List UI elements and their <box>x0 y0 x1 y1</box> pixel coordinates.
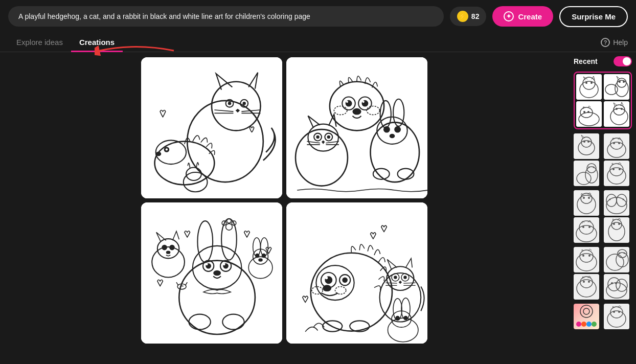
svg-point-77 <box>262 254 266 258</box>
surprise-button[interactable]: Surprise Me <box>559 6 628 27</box>
image-card-1[interactable] <box>141 57 282 198</box>
image-card-3[interactable] <box>141 202 282 344</box>
svg-point-69 <box>162 245 167 251</box>
recent-label: Recent <box>574 57 598 65</box>
right-sidebar: Recent <box>570 52 636 361</box>
recent-grid-inner <box>576 74 629 127</box>
svg-rect-123 <box>576 101 602 127</box>
recent-thumb-3[interactable] <box>576 101 602 127</box>
create-label: Create <box>518 12 542 21</box>
recent-thumb-14[interactable] <box>604 247 629 272</box>
recent-thumb-16[interactable] <box>604 274 629 300</box>
svg-point-147 <box>588 167 590 168</box>
recent-thumb-12[interactable] <box>604 217 629 243</box>
recent-grid-4 <box>574 247 632 300</box>
image-card-4[interactable] <box>286 202 427 344</box>
recent-grid-active[interactable] <box>574 72 632 129</box>
svg-rect-138 <box>604 133 629 159</box>
svg-point-126 <box>583 111 585 113</box>
svg-point-76 <box>255 254 259 258</box>
recent-thumb-4[interactable] <box>604 101 629 127</box>
lightning-icon: ⚡ <box>457 11 468 22</box>
svg-point-35 <box>394 126 401 133</box>
recent-thumb-11[interactable] <box>574 217 599 243</box>
svg-point-200 <box>586 322 592 327</box>
svg-point-173 <box>613 223 615 225</box>
svg-point-196 <box>615 282 617 284</box>
image-inner-2 <box>286 57 427 198</box>
recent-thumb-13[interactable] <box>574 247 599 272</box>
credits-badge: ⚡ 82 <box>450 7 487 26</box>
recent-thumb-18[interactable] <box>604 304 629 329</box>
svg-point-137 <box>587 141 589 143</box>
svg-rect-159 <box>604 190 629 216</box>
svg-point-148 <box>593 167 595 168</box>
svg-point-111 <box>403 316 407 320</box>
recent-thumb-2[interactable] <box>604 74 629 100</box>
credits-count: 82 <box>471 12 480 20</box>
recent-thumb-6[interactable] <box>604 133 629 159</box>
recent-thumb-5[interactable] <box>574 133 599 159</box>
svg-point-141 <box>613 142 615 144</box>
svg-point-6 <box>228 102 231 105</box>
svg-point-27 <box>353 108 361 115</box>
recent-thumb-9[interactable] <box>574 190 599 216</box>
svg-point-91 <box>323 285 331 291</box>
svg-rect-143 <box>574 161 599 186</box>
svg-point-62 <box>206 263 208 265</box>
svg-point-127 <box>587 111 589 113</box>
svg-rect-49 <box>141 202 282 344</box>
image-inner-4 <box>286 202 427 344</box>
svg-point-16 <box>156 152 162 156</box>
svg-point-174 <box>618 223 620 225</box>
image-inner-1 <box>141 57 282 198</box>
svg-point-132 <box>621 108 623 110</box>
svg-point-88 <box>325 277 328 279</box>
toggle-switch[interactable] <box>614 56 632 66</box>
svg-point-44 <box>327 135 330 139</box>
svg-point-100 <box>394 276 397 279</box>
svg-rect-170 <box>604 217 629 243</box>
recent-thumb-10[interactable] <box>604 190 629 216</box>
search-input[interactable]: A playful hedgehog, a cat, and a rabbit … <box>8 6 444 27</box>
recent-thumb-17[interactable] <box>574 304 599 329</box>
surprise-label: Surprise Me <box>572 12 616 21</box>
svg-point-178 <box>582 255 584 257</box>
svg-point-164 <box>622 199 624 200</box>
svg-point-121 <box>619 81 621 83</box>
svg-point-157 <box>583 197 585 199</box>
svg-point-71 <box>166 251 170 254</box>
help-link[interactable]: ? Help <box>601 38 628 47</box>
recent-thumb-8[interactable] <box>604 161 629 186</box>
svg-point-78 <box>258 258 262 261</box>
svg-point-152 <box>612 168 615 170</box>
svg-point-116 <box>590 82 593 84</box>
svg-point-179 <box>588 255 590 257</box>
svg-point-158 <box>588 197 590 199</box>
svg-point-26 <box>362 101 365 103</box>
svg-point-110 <box>395 316 399 320</box>
recent-grid-5 <box>574 304 632 329</box>
svg-point-142 <box>618 142 620 144</box>
create-button[interactable]: ✦ Create <box>492 6 553 27</box>
svg-rect-175 <box>574 247 599 272</box>
svg-point-63 <box>223 263 225 265</box>
image-card-2[interactable] <box>286 57 427 198</box>
help-icon: ? <box>601 38 610 47</box>
svg-point-190 <box>588 281 590 283</box>
svg-point-199 <box>581 322 586 327</box>
svg-point-184 <box>619 253 620 254</box>
tab-explore[interactable]: Explore ideas <box>8 33 71 52</box>
recent-thumb-15[interactable] <box>574 274 599 300</box>
svg-point-64 <box>213 270 221 276</box>
svg-rect-186 <box>574 274 599 300</box>
svg-point-34 <box>383 126 390 133</box>
svg-point-201 <box>592 322 597 327</box>
image-inner-3 <box>141 202 282 344</box>
svg-point-189 <box>583 281 585 283</box>
recent-header: Recent <box>574 56 632 66</box>
recent-thumb-1[interactable] <box>576 74 602 100</box>
recent-thumb-7[interactable] <box>574 161 599 186</box>
svg-point-131 <box>616 108 618 110</box>
svg-point-198 <box>576 322 581 327</box>
